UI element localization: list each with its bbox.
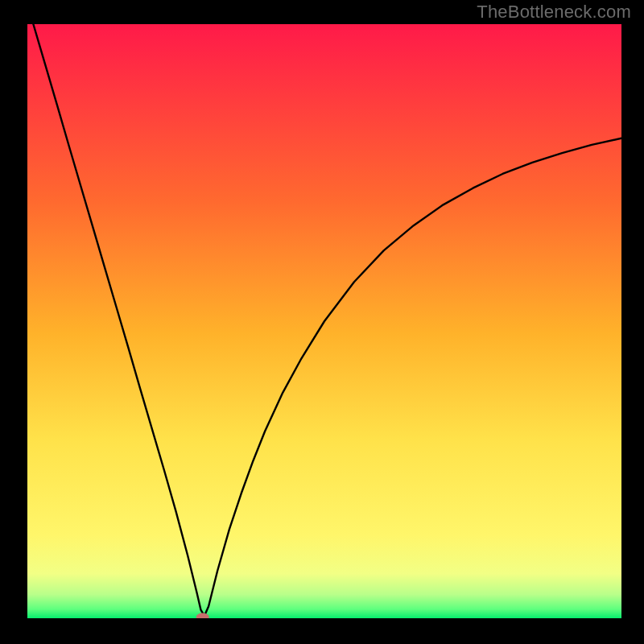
watermark-text: TheBottleneck.com — [477, 2, 631, 23]
chart-frame: TheBottleneck.com — [0, 0, 644, 644]
chart-svg — [27, 24, 621, 618]
plot-area — [27, 24, 621, 618]
